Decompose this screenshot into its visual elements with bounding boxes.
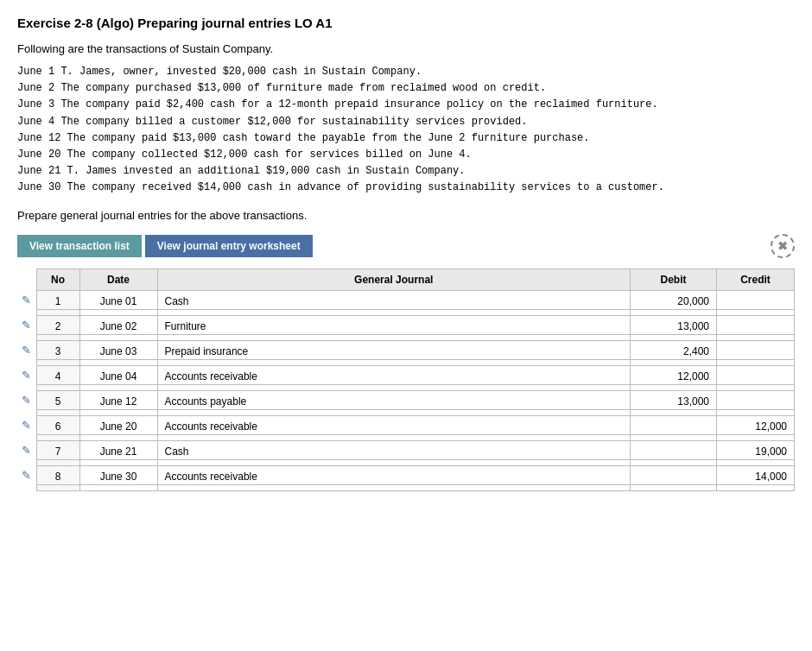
edit-icon-8[interactable]: ✎ xyxy=(17,465,36,484)
cell-date-5: June 12 xyxy=(79,390,157,409)
cell-no-3: 3 xyxy=(36,340,79,359)
transaction-line-2: June 2 The company purchased $13,000 of … xyxy=(17,80,795,97)
table-row: ✎ 7 June 21 Cash 19,000 xyxy=(17,440,795,459)
cell-debit-1: 20,000 xyxy=(631,290,717,309)
close-icon[interactable]: ✖ xyxy=(771,234,795,258)
cell-journal-4: Accounts receivable xyxy=(157,365,631,384)
cell-debit-8 xyxy=(631,465,717,484)
table-row: ✎ 4 June 04 Accounts receivable 12,000 xyxy=(17,365,795,384)
edit-icon-6[interactable]: ✎ xyxy=(17,415,36,434)
cell-no-8: 8 xyxy=(36,465,79,484)
cell-journal-2: Furniture xyxy=(157,315,631,334)
view-journal-button[interactable]: View journal entry worksheet xyxy=(145,235,313,257)
edit-icon-7[interactable]: ✎ xyxy=(17,440,36,459)
cell-debit-4: 12,000 xyxy=(631,365,717,384)
table-row: ✎ 1 June 01 Cash 20,000 xyxy=(17,290,795,309)
edit-icon-2[interactable]: ✎ xyxy=(17,315,36,334)
table-row-sub xyxy=(17,409,795,415)
edit-icon-3[interactable]: ✎ xyxy=(17,340,36,359)
cell-date-7: June 21 xyxy=(79,440,157,459)
table-row-sub xyxy=(17,384,795,390)
col-header-credit: Credit xyxy=(717,269,795,290)
cell-journal-5: Accounts payable xyxy=(157,390,631,409)
table-row: ✎ 6 June 20 Accounts receivable 12,000 xyxy=(17,415,795,434)
intro-text: Following are the transactions of Sustai… xyxy=(17,42,795,55)
cell-credit-7: 19,000 xyxy=(717,440,795,459)
cell-date-8: June 30 xyxy=(79,465,157,484)
transaction-line-6: June 20 The company collected $12,000 ca… xyxy=(17,147,795,163)
table-row-sub xyxy=(17,309,795,315)
cell-debit-5: 13,000 xyxy=(631,390,717,409)
transaction-line-7: June 21 T. James invested an additional … xyxy=(17,163,795,180)
cell-no-6: 6 xyxy=(36,415,79,434)
table-row-sub xyxy=(17,359,795,365)
transaction-line-8: June 30 The company received $14,000 cas… xyxy=(17,180,795,196)
transaction-line-4: June 4 The company billed a customer $12… xyxy=(17,114,795,130)
cell-journal-7: Cash xyxy=(157,440,631,459)
cell-debit-7 xyxy=(631,440,717,459)
table-row-sub xyxy=(17,459,795,465)
cell-credit-5 xyxy=(717,390,795,409)
cell-date-6: June 20 xyxy=(79,415,157,434)
cell-credit-4 xyxy=(717,365,795,384)
col-header-no: No xyxy=(36,269,79,290)
page-title: Exercise 2-8 (Algo) Preparing journal en… xyxy=(17,16,795,30)
table-row-sub xyxy=(17,434,795,440)
table-row: ✎ 5 June 12 Accounts payable 13,000 xyxy=(17,390,795,409)
cell-credit-1 xyxy=(717,290,795,309)
col-header-debit: Debit xyxy=(631,269,717,290)
table-row-sub xyxy=(17,334,795,340)
cell-no-1: 1 xyxy=(36,290,79,309)
cell-journal-8: Accounts receivable xyxy=(157,465,631,484)
cell-date-3: June 03 xyxy=(79,340,157,359)
transaction-line-5: June 12 The company paid $13,000 cash to… xyxy=(17,130,795,147)
cell-date-2: June 02 xyxy=(79,315,157,334)
table-row: ✎ 8 June 30 Accounts receivable 14,000 xyxy=(17,465,795,484)
edit-icon-4[interactable]: ✎ xyxy=(17,365,36,384)
cell-journal-6: Accounts receivable xyxy=(157,415,631,434)
table-row: ✎ 3 June 03 Prepaid insurance 2,400 xyxy=(17,340,795,359)
cell-journal-3: Prepaid insurance xyxy=(157,340,631,359)
col-header-date: Date xyxy=(79,269,157,290)
cell-no-2: 2 xyxy=(36,315,79,334)
cell-debit-6 xyxy=(631,415,717,434)
edit-icon-1[interactable]: ✎ xyxy=(17,290,36,309)
transactions-block: June 1 T. James, owner, invested $20,000… xyxy=(17,64,795,197)
edit-icon-5[interactable]: ✎ xyxy=(17,390,36,409)
cell-credit-8: 14,000 xyxy=(717,465,795,484)
cell-no-4: 4 xyxy=(36,365,79,384)
col-header-general-journal: General Journal xyxy=(157,269,631,290)
cell-credit-2 xyxy=(717,315,795,334)
cell-debit-3: 2,400 xyxy=(631,340,717,359)
table-row-sub xyxy=(17,484,795,490)
cell-credit-6: 12,000 xyxy=(717,415,795,434)
view-transaction-button[interactable]: View transaction list xyxy=(17,235,142,257)
prepare-text: Prepare general journal entries for the … xyxy=(17,209,795,222)
cell-credit-3 xyxy=(717,340,795,359)
transaction-line-3: June 3 The company paid $2,400 cash for … xyxy=(17,97,795,113)
cell-journal-1: Cash xyxy=(157,290,631,309)
cell-no-5: 5 xyxy=(36,390,79,409)
cell-debit-2: 13,000 xyxy=(631,315,717,334)
cell-date-4: June 04 xyxy=(79,365,157,384)
cell-no-7: 7 xyxy=(36,440,79,459)
cell-date-1: June 01 xyxy=(79,290,157,309)
table-row: ✎ 2 June 02 Furniture 13,000 xyxy=(17,315,795,334)
transaction-line-1: June 1 T. James, owner, invested $20,000… xyxy=(17,64,795,80)
